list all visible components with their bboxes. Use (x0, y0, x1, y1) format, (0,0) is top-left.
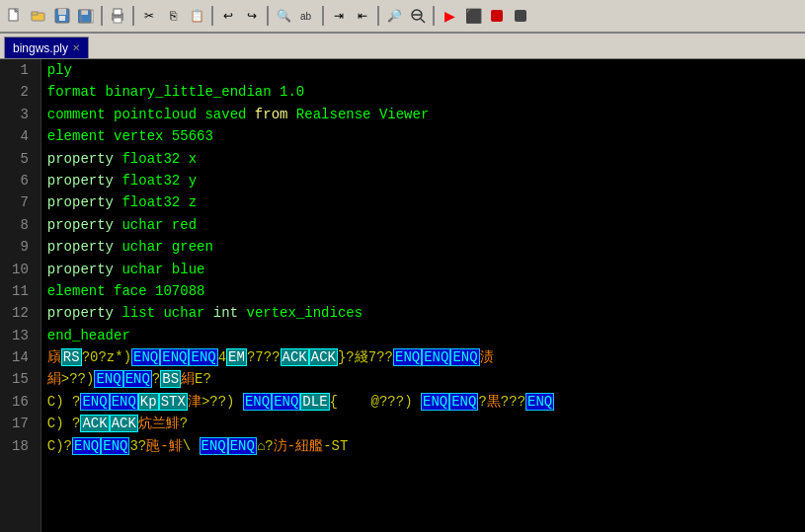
sep1 (101, 6, 103, 26)
svg-text:ab: ab (300, 11, 312, 22)
svg-rect-6 (59, 16, 65, 21)
replace-button[interactable]: ab (296, 5, 318, 27)
redo-button[interactable]: ↪ (241, 5, 263, 27)
line-num-2: 2 (8, 81, 33, 103)
tab-close-icon[interactable]: ✕ (72, 42, 80, 53)
run-button[interactable]: ▶ (439, 5, 460, 27)
svg-rect-12 (114, 18, 121, 23)
line-num-5: 5 (8, 148, 33, 170)
line-num-12: 12 (8, 302, 33, 324)
line-num-17: 17 (8, 413, 33, 434)
line-num-4: 4 (8, 125, 33, 147)
line-num-8: 8 (8, 214, 33, 236)
tab-bingws[interactable]: bingws.ply ✕ (4, 37, 89, 58)
line-num-15: 15 (8, 368, 33, 390)
editor[interactable]: 1 2 3 4 5 6 7 8 9 10 11 12 13 14 15 16 1… (0, 59, 805, 532)
svg-rect-11 (114, 9, 121, 15)
svg-rect-18 (515, 10, 526, 22)
zoom-out-button[interactable] (407, 5, 429, 27)
find-button[interactable]: 🔍 (273, 5, 294, 27)
code-line-2: format binary_little_endian 1.0 (47, 81, 799, 103)
copy-button[interactable]: ⎘ (162, 5, 184, 27)
line-num-14: 14 (8, 346, 33, 368)
code-line-7: property float32 z (47, 191, 799, 213)
extra2-button[interactable] (510, 5, 531, 27)
open-button[interactable] (28, 5, 49, 27)
code-line-13: end_header (47, 325, 799, 346)
line-num-7: 7 (8, 191, 33, 213)
code-line-8: property uchar red (47, 214, 799, 236)
svg-rect-3 (32, 12, 38, 15)
line-num-13: 13 (8, 325, 33, 346)
sep5 (322, 6, 324, 26)
line-num-16: 16 (8, 391, 33, 413)
line-num-6: 6 (8, 170, 33, 191)
code-line-16: C) ?ENQENQKpSTX津>??) ENQENQDLE{ @???) EN… (47, 391, 799, 413)
tab-label: bingws.ply (13, 41, 68, 55)
code-line-11: element face 107088 (47, 280, 799, 302)
cut-button[interactable]: ✂ (138, 5, 160, 27)
code-line-17: C) ?ACKACK炕兰鯡? (47, 413, 799, 434)
code-line-4: element vertex 55663 (47, 125, 799, 147)
code-line-3: comment pointcloud saved from Realsense … (47, 104, 799, 125)
sep2 (132, 6, 134, 26)
code-line-10: property uchar blue (47, 259, 799, 280)
svg-rect-17 (491, 10, 503, 22)
line-num-9: 9 (8, 236, 33, 258)
line-num-1: 1 (8, 59, 33, 81)
save-all-button[interactable] (75, 5, 97, 27)
svg-line-16 (421, 19, 425, 23)
save-button[interactable] (51, 5, 73, 27)
svg-rect-5 (58, 9, 66, 15)
extra1-button[interactable] (486, 5, 508, 27)
print-button[interactable] (107, 5, 128, 27)
zoom-in-button[interactable]: 🔎 (383, 5, 405, 27)
new-button[interactable] (4, 5, 26, 27)
sep7 (433, 6, 435, 26)
code-line-9: property uchar green (47, 236, 799, 258)
code-line-18: C)?ENQENQ3?瓲-鯡\ ENQENQ⌂?汸-紐艦-ST (47, 435, 799, 457)
line-num-11: 11 (8, 280, 33, 302)
line-num-10: 10 (8, 259, 33, 280)
svg-rect-8 (81, 10, 88, 15)
tabbar: bingws.ply ✕ (0, 34, 805, 59)
code-line-6: property float32 y (47, 170, 799, 191)
code-line-15: 絹>??)ENQENQ?BS絹E? (47, 368, 799, 390)
stop-button[interactable]: ⬛ (462, 5, 484, 27)
sep3 (211, 6, 213, 26)
line-num-18: 18 (8, 435, 33, 457)
code-line-5: property float32 x (47, 148, 799, 170)
code-area[interactable]: ply format binary_little_endian 1.0 comm… (41, 59, 805, 532)
outdent-button[interactable]: ⇤ (352, 5, 373, 27)
code-line-1: ply (47, 59, 799, 81)
line-numbers: 1 2 3 4 5 6 7 8 9 10 11 12 13 14 15 16 1… (0, 59, 41, 532)
paste-button[interactable]: 📋 (186, 5, 207, 27)
sep6 (377, 6, 379, 26)
undo-button[interactable]: ↩ (217, 5, 239, 27)
line-num-3: 3 (8, 104, 33, 125)
sep4 (267, 6, 269, 26)
toolbar: ✂ ⎘ 📋 ↩ ↪ 🔍 ab ⇥ ⇤ 🔎 ▶ ⬛ (0, 0, 805, 34)
code-line-14: 廎RS?0?z*)ENQENQENQ4EM?7??ACKACK}?綫7??ENQ… (47, 346, 799, 368)
code-line-12: property list uchar int vertex_indices (47, 302, 799, 324)
indent-button[interactable]: ⇥ (328, 5, 350, 27)
